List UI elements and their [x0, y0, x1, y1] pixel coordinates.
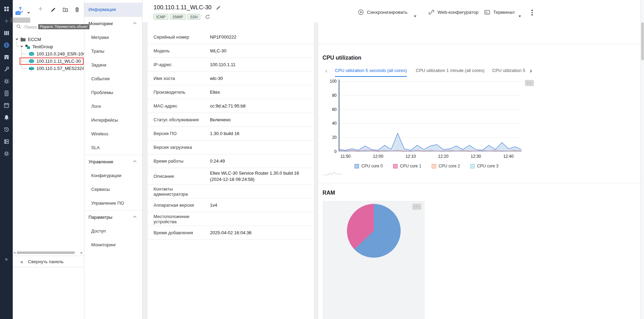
- menu-item-label: Управление ПО: [91, 200, 124, 206]
- notifications-bell-icon[interactable]: [0, 111, 13, 123]
- more-actions-button[interactable]: [530, 8, 534, 17]
- window-scrollbar[interactable]: [640, 0, 644, 319]
- expand-sidebar-button[interactable]: »: [0, 256, 13, 262]
- edit-title-button[interactable]: [216, 5, 221, 10]
- tab-cpu-5s[interactable]: CPU utilization 5 seconds (all cores): [335, 65, 407, 77]
- legend-swatch: [432, 164, 436, 168]
- menu-item-label: Доступ: [91, 228, 106, 234]
- delete-object-button[interactable]: [74, 7, 80, 14]
- history-icon[interactable]: [0, 123, 13, 135]
- menu-item[interactable]: Wireless: [84, 127, 142, 141]
- tabs-next-icon[interactable]: ›: [530, 65, 532, 77]
- menu-item[interactable]: Информация: [84, 3, 142, 17]
- legend-item[interactable]: CPU core 2: [432, 164, 460, 168]
- tree-root-eccm[interactable]: ECCM: [13, 36, 84, 43]
- menu-item[interactable]: Параметры: [84, 210, 142, 224]
- sync-dropdown-caret[interactable]: [414, 11, 416, 21]
- info-label: Статус обслуживания: [154, 117, 210, 122]
- menu-item[interactable]: Конфигурации: [84, 169, 142, 183]
- tab-cpu-5m[interactable]: CPU utilization 5: [492, 65, 525, 77]
- menu-item[interactable]: Управление: [84, 155, 142, 169]
- search-icon: [16, 24, 22, 30]
- menu-item-label: Параметры: [88, 215, 112, 220]
- schedule-calendar-icon[interactable]: [0, 99, 13, 111]
- menu-item-label: Конфигурации: [91, 173, 121, 178]
- menu-item-label: Задачи: [91, 62, 106, 68]
- chevron-up-icon: [133, 161, 137, 164]
- previous-section-cut: [318, 22, 640, 44]
- servers-icon[interactable]: [0, 135, 13, 147]
- main-content: 100.110.1.11_WLC-30 ICMP SNMP SSH Синхро…: [142, 0, 644, 319]
- menu-item[interactable]: Сервисы: [84, 183, 142, 196]
- expand-caret-icon[interactable]: [20, 46, 23, 48]
- automation-gear-icon[interactable]: [0, 75, 13, 87]
- info-row: IP-адрес100.110.1.11: [148, 58, 314, 72]
- info-value: 2025-04-02 16:04:36: [210, 228, 309, 238]
- info-value: wlc-30: [210, 73, 309, 84]
- info-row: Версия загрузчика: [148, 141, 314, 154]
- web-configurator-button[interactable]: Web-конфигуратор: [428, 7, 478, 17]
- info-row: Имя хостаwlc-30: [148, 72, 314, 85]
- legend-item[interactable]: CPU core 1: [393, 164, 421, 168]
- ram-section-title: RAM: [323, 190, 335, 196]
- tree-group-item[interactable]: TestGroup: [13, 43, 84, 50]
- scroll-left-icon[interactable]: ◀: [13, 251, 15, 254]
- menu-item[interactable]: SLA: [84, 141, 142, 155]
- terminal-dropdown-caret[interactable]: [518, 11, 521, 21]
- menu-item[interactable]: Трапы: [84, 44, 142, 58]
- ram-chart-menu-button[interactable]: ···: [412, 204, 421, 210]
- menu-item[interactable]: Метрики: [84, 31, 142, 44]
- web-configurator-label: Web-конфигуратор: [437, 10, 478, 15]
- tools-wrench-icon[interactable]: [0, 63, 13, 75]
- edit-object-button[interactable]: [51, 7, 56, 13]
- menu-item[interactable]: События: [84, 72, 142, 86]
- tree-connector: [17, 46, 20, 47]
- scroll-right-icon[interactable]: ▶: [81, 251, 83, 254]
- svg-text:20: 20: [332, 135, 337, 140]
- terminal-icon: [484, 9, 490, 16]
- refresh-status-button[interactable]: [205, 14, 210, 20]
- tree-device-item[interactable]: 100.110.1.57_MES2324P_A: [20, 65, 84, 72]
- legend-label: CPU core 1: [400, 164, 421, 168]
- tree-horizontal-scrollbar[interactable]: ◀ ▶: [13, 251, 83, 255]
- menu-item[interactable]: Интерфейсы: [84, 113, 142, 127]
- dashboard-icon[interactable]: [0, 3, 13, 15]
- expand-caret-icon[interactable]: [15, 39, 18, 40]
- tab-cpu-1m[interactable]: CPU utilization 1 minute (all cores): [416, 65, 484, 77]
- menu-item[interactable]: Логи: [84, 100, 142, 113]
- inventory-icon[interactable]: [0, 27, 13, 39]
- menu-item[interactable]: Проблемы: [84, 86, 142, 100]
- terminal-button[interactable]: Терминал: [484, 7, 515, 17]
- info-label: MAC-адрес: [154, 103, 210, 109]
- add-object-button[interactable]: +: [38, 4, 43, 13]
- legend-item[interactable]: CPU core 3: [470, 164, 498, 168]
- tree-device-item[interactable]: 100.110.1.11_WLC-30: [20, 58, 84, 65]
- info-label: Аппаратная версия: [154, 203, 210, 208]
- collapse-panel-button[interactable]: « Свернуть панель: [13, 256, 84, 267]
- legend-item[interactable]: CPU core 0: [355, 164, 383, 168]
- window-scrollbar-thumb[interactable]: [641, 22, 644, 60]
- info-value: 1v4: [210, 200, 309, 210]
- move-object-button[interactable]: [62, 7, 68, 14]
- sync-button[interactable]: Синхронизировать: [358, 7, 408, 17]
- menu-item[interactable]: Задачи: [84, 58, 142, 72]
- menu-item[interactable]: Управление ПО: [84, 196, 142, 210]
- svg-text:12:10: 12:10: [405, 154, 416, 159]
- settings-gear-icon[interactable]: [0, 147, 13, 160]
- export-dropdown-caret[interactable]: [27, 10, 30, 15]
- menu-item[interactable]: Мониторинг: [84, 238, 142, 252]
- page-title: 100.110.1.11_WLC-30: [154, 4, 212, 11]
- menu-item[interactable]: Доступ: [84, 224, 142, 238]
- chart-overview-sparkline[interactable]: [323, 169, 342, 177]
- tree-device-item[interactable]: 100.110.0.249_ESR-1000: [20, 50, 84, 58]
- scrollbar-thumb[interactable]: [17, 251, 75, 254]
- menu-item-label: События: [91, 76, 110, 81]
- menu-item[interactable]: Мониторинг: [84, 17, 142, 31]
- svg-text:11:50: 11:50: [340, 154, 350, 159]
- services-store-icon[interactable]: [0, 51, 13, 63]
- tabs-prev-icon[interactable]: ‹: [325, 65, 327, 77]
- tree-connector: [17, 41, 17, 47]
- devices-globe-icon[interactable]: [0, 39, 13, 51]
- tasks-doc-icon[interactable]: [0, 87, 13, 99]
- tree-group-label: TestGroup: [32, 44, 53, 49]
